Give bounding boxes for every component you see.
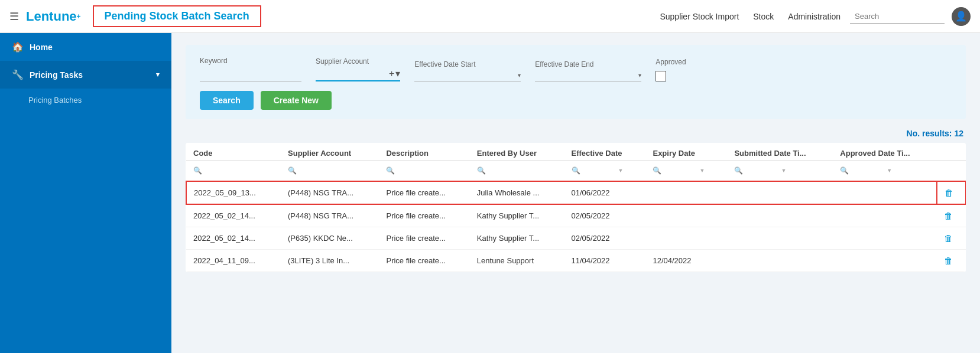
main-content: Keyword Supplier Account + ▾ xyxy=(171,33,980,353)
cell-expiry-date: 12/04/2022 xyxy=(645,250,727,272)
table-filter-row: 🔍 🔍 🔍 xyxy=(186,161,966,182)
approved-field: Approved xyxy=(656,58,686,81)
approved-date-filter-dropdown-icon[interactable]: ▼ xyxy=(887,168,892,174)
effective-date-start-dropdown-icon[interactable]: ▾ xyxy=(518,72,521,79)
filter-expiry-date: 🔍 ▼ xyxy=(645,161,727,182)
cell-supplier-account: (P448) NSG TRA... xyxy=(281,204,379,227)
data-table: Code Supplier Account Description Entere… xyxy=(186,143,966,272)
table-row[interactable]: 2022_05_02_14...(P448) NSG TRA...Price f… xyxy=(186,204,966,227)
col-header-submitted-date: Submitted Date Ti... xyxy=(727,143,833,161)
navbar-links: Supplier Stock Import Stock Administrati… xyxy=(660,12,841,21)
page-title: Pending Stock Batch Search xyxy=(93,5,261,27)
delete-button[interactable]: 🗑 xyxy=(944,256,953,266)
col-header-actions xyxy=(937,143,966,161)
effective-date-search-icon: 🔍 xyxy=(572,166,580,175)
table-row[interactable]: 2022_04_11_09...(3LITE) 3 Lite In...Pric… xyxy=(186,250,966,272)
effective-date-start-field: Effective Date Start ▾ xyxy=(414,60,521,81)
sidebar-item-pricing-batches[interactable]: Pricing Batches xyxy=(0,89,171,112)
navbar-search-input[interactable] xyxy=(850,9,945,24)
cell-approved-date xyxy=(833,181,936,204)
approved-date-search-icon: 🔍 xyxy=(840,166,849,175)
delete-button[interactable]: 🗑 xyxy=(945,188,953,198)
cell-submitted-date xyxy=(727,250,833,272)
filter-submitted-date: 🔍 ▼ xyxy=(727,161,833,182)
keyword-field: Keyword xyxy=(200,57,301,81)
add-icon: + xyxy=(389,68,394,79)
form-row-filters: Keyword Supplier Account + ▾ xyxy=(200,57,952,81)
cell-code: 2022_05_02_14... xyxy=(186,204,281,227)
filter-description: 🔍 xyxy=(379,161,469,182)
effective-date-end-dropdown-icon[interactable]: ▾ xyxy=(638,72,641,79)
table-row[interactable]: 2022_05_09_13...(P448) NSG TRA...Price f… xyxy=(186,181,966,204)
avatar[interactable]: 👤 xyxy=(952,7,971,26)
cell-code: 2022_04_11_09... xyxy=(186,250,281,272)
nav-administration[interactable]: Administration xyxy=(788,12,841,21)
effective-date-filter-input[interactable] xyxy=(582,166,617,175)
entered-by-search-icon: 🔍 xyxy=(477,166,486,175)
cell-entered-by: Julia Wholesale ... xyxy=(470,181,564,204)
effective-date-filter-dropdown-icon[interactable]: ▼ xyxy=(618,168,624,174)
cell-submitted-date xyxy=(727,227,833,250)
pricing-tasks-icon: 🔧 xyxy=(12,69,24,80)
approved-date-filter-input[interactable] xyxy=(850,166,885,175)
entered-by-filter-input[interactable] xyxy=(487,166,534,175)
search-button[interactable]: Search xyxy=(200,91,254,110)
effective-date-start-input[interactable] xyxy=(414,71,518,80)
create-new-button[interactable]: Create New xyxy=(261,91,332,110)
cell-effective-date: 02/05/2022 xyxy=(564,227,646,250)
nav-supplier-stock-import[interactable]: Supplier Stock Import xyxy=(660,12,739,21)
keyword-input[interactable] xyxy=(200,67,301,81)
supplier-account-input[interactable] xyxy=(316,69,387,78)
logo-sup: + xyxy=(77,12,81,21)
supplier-account-add-button[interactable]: + ▾ xyxy=(389,68,400,79)
col-header-expiry-date: Expiry Date xyxy=(645,143,727,161)
expiry-date-filter-dropdown-icon[interactable]: ▼ xyxy=(699,168,705,174)
cell-description: Price file create... xyxy=(379,250,469,272)
table-body: 2022_05_09_13...(P448) NSG TRA...Price f… xyxy=(186,181,966,272)
effective-date-end-field: Effective Date End ▾ xyxy=(535,60,641,81)
filter-entered-by: 🔍 xyxy=(470,161,564,182)
expiry-date-filter-input[interactable] xyxy=(663,166,698,175)
cell-supplier-account: (P635) KKDC Ne... xyxy=(281,227,379,250)
description-search-icon: 🔍 xyxy=(386,166,395,175)
menu-icon[interactable]: ☰ xyxy=(9,10,19,23)
sidebar-item-home[interactable]: 🏠 Home xyxy=(0,33,171,61)
cell-code: 2022_05_09_13... xyxy=(186,181,281,204)
sidebar: 🏠 Home 🔧 Pricing Tasks ▾ Pricing Batches xyxy=(0,33,171,353)
supplier-account-label: Supplier Account xyxy=(316,57,400,66)
keyword-label: Keyword xyxy=(200,57,301,65)
sidebar-item-pricing-tasks[interactable]: 🔧 Pricing Tasks ▾ xyxy=(0,61,171,89)
supplier-account-search-icon: 🔍 xyxy=(288,166,297,175)
table-row[interactable]: 2022_05_02_14...(P635) KKDC Ne...Price f… xyxy=(186,227,966,250)
description-filter-input[interactable] xyxy=(396,166,443,175)
approved-checkbox[interactable] xyxy=(656,71,666,81)
chevron-down-icon: ▾ xyxy=(156,71,160,79)
delete-button[interactable]: 🗑 xyxy=(944,211,953,221)
col-header-effective-date: Effective Date xyxy=(564,143,646,161)
buttons-row: Search Create New xyxy=(200,91,952,110)
effective-date-end-input[interactable] xyxy=(535,71,638,80)
nav-stock[interactable]: Stock xyxy=(753,12,774,21)
effective-date-start-input-wrap: ▾ xyxy=(414,71,521,81)
filter-code: 🔍 xyxy=(186,161,281,182)
search-form: Keyword Supplier Account + ▾ xyxy=(186,45,966,119)
cell-entered-by: Kathy Supplier T... xyxy=(470,227,564,250)
cell-entered-by: Lentune Support xyxy=(470,250,564,272)
layout: 🏠 Home 🔧 Pricing Tasks ▾ Pricing Batches… xyxy=(0,33,980,353)
table-header-row: Code Supplier Account Description Entere… xyxy=(186,143,966,161)
delete-button[interactable]: 🗑 xyxy=(944,233,953,243)
filter-actions xyxy=(937,161,966,182)
submitted-date-filter-input[interactable] xyxy=(744,166,780,175)
dropdown-icon: ▾ xyxy=(395,68,400,79)
submitted-date-filter-dropdown-icon[interactable]: ▼ xyxy=(781,168,786,174)
code-filter-input[interactable] xyxy=(203,166,251,175)
col-header-code: Code xyxy=(186,143,281,161)
expiry-date-search-icon: 🔍 xyxy=(653,166,661,175)
col-header-entered-by-user: Entered By User xyxy=(470,143,564,161)
cell-approved-date xyxy=(833,250,936,272)
submitted-date-search-icon: 🔍 xyxy=(734,166,743,175)
cell-description: Price file create... xyxy=(379,227,469,250)
cell-expiry-date xyxy=(645,181,727,204)
supplier-account-filter-input[interactable] xyxy=(298,166,345,175)
logo-text: Lentune xyxy=(26,9,77,24)
